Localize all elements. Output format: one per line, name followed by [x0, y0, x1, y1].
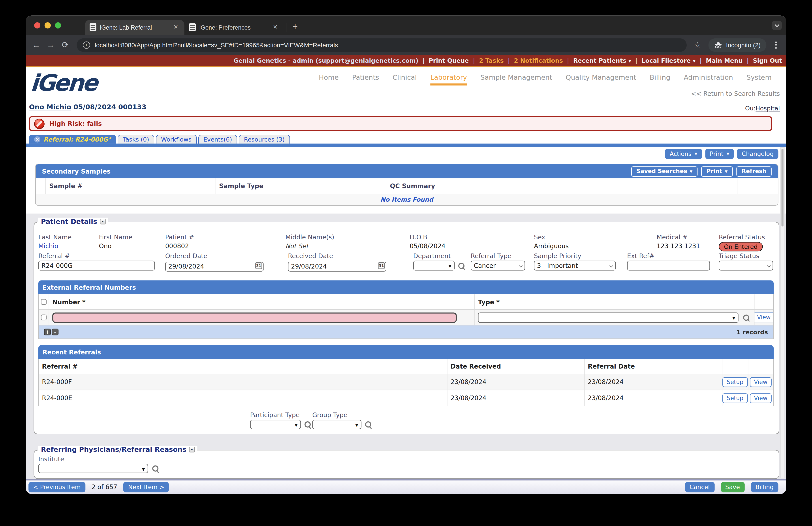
calendar-icon[interactable]: 31: [255, 262, 262, 269]
nav-billing[interactable]: Billing: [650, 73, 670, 85]
tab-close-icon[interactable]: ✕: [271, 24, 279, 31]
igene-logo[interactable]: iGene: [30, 72, 97, 94]
type-search-icon[interactable]: [742, 314, 750, 321]
date-received-cell: 23/08/2024: [448, 374, 585, 389]
tab-resources[interactable]: Resources (3): [239, 135, 290, 144]
maximize-window-button[interactable]: [55, 22, 61, 28]
nav-administration[interactable]: Administration: [684, 73, 733, 85]
bookmark-star-icon[interactable]: ☆: [693, 40, 702, 49]
close-window-button[interactable]: [34, 22, 40, 28]
table-row: R24-000F 23/08/2024 23/08/2024 Setup Vie…: [39, 374, 773, 390]
tab-workflows[interactable]: Workflows: [156, 135, 197, 144]
sign-out-link[interactable]: Sign Out: [753, 57, 782, 64]
print-button[interactable]: Print▼: [705, 149, 734, 159]
ou-hospital-link[interactable]: Hospital: [755, 105, 780, 112]
group-search-icon[interactable]: [364, 421, 372, 428]
return-to-search-link[interactable]: << Return to Search Results: [691, 90, 780, 97]
tab-tasks[interactable]: Tasks (0): [118, 135, 154, 144]
view-button[interactable]: View: [750, 393, 772, 403]
forward-button[interactable]: →: [43, 40, 58, 49]
participant-search-icon[interactable]: [304, 421, 311, 428]
nav-sample-management[interactable]: Sample Management: [480, 73, 552, 85]
billing-button[interactable]: Billing: [751, 482, 778, 493]
address-bar[interactable]: i localhost:8080/App/App.html?null&local…: [76, 38, 687, 52]
number-input-invalid[interactable]: [52, 312, 457, 323]
row-checkbox[interactable]: [41, 315, 46, 321]
record-tabs: × Referral: R24-000G* Tasks (0) Workflow…: [29, 135, 290, 144]
tab-referral-active[interactable]: × Referral: R24-000G*: [29, 135, 116, 144]
setup-button[interactable]: Setup: [723, 377, 748, 387]
triage-status-select[interactable]: [719, 260, 773, 270]
print-samples-button[interactable]: Print▼: [701, 166, 733, 176]
refresh-button[interactable]: Refresh: [736, 166, 772, 176]
item-position-label: 2 of 657: [91, 484, 117, 491]
received-date-input[interactable]: [288, 261, 386, 271]
tab-label: Referral: R24-000G*: [43, 136, 111, 143]
collapse-section-button[interactable]: -: [100, 218, 105, 224]
participant-type-select[interactable]: ▼: [250, 420, 301, 429]
actions-button[interactable]: Actions▼: [665, 149, 702, 159]
browser-urlbar: ← → ⟳ i localhost:8080/App/App.html?null…: [26, 35, 786, 55]
last-name-link[interactable]: Michio: [39, 242, 58, 250]
cancel-button[interactable]: Cancel: [685, 482, 714, 493]
setup-button[interactable]: Setup: [723, 393, 748, 403]
tasks-link[interactable]: 2 Tasks: [479, 57, 504, 64]
collapse-section-button[interactable]: -: [189, 447, 194, 453]
referral-number-input[interactable]: [39, 260, 155, 270]
nav-home[interactable]: Home: [319, 73, 339, 85]
tab-close-icon[interactable]: ✕: [172, 24, 179, 31]
nav-patients[interactable]: Patients: [352, 73, 379, 85]
reload-button[interactable]: ⟳: [58, 40, 73, 50]
referral-type-select[interactable]: Cancer: [470, 260, 525, 270]
middle-name-label: Middle Name(s): [285, 233, 334, 241]
browser-tab-lab-referral[interactable]: iGene: Lab Referral ✕: [85, 20, 185, 35]
browser-tab-preferences[interactable]: iGene: Preferences ✕: [184, 20, 284, 35]
local-filestore-menu[interactable]: Local Filestore ▼: [641, 57, 696, 64]
vertical-scrollbar[interactable]: [781, 147, 785, 479]
nav-clinical[interactable]: Clinical: [393, 73, 417, 85]
site-info-icon[interactable]: i: [83, 41, 90, 48]
next-item-button[interactable]: Next Item >: [124, 482, 169, 493]
recent-patients-menu[interactable]: Recent Patients ▼: [573, 57, 631, 64]
tab-events[interactable]: Events(6): [198, 135, 237, 144]
changelog-button[interactable]: Changelog: [737, 149, 779, 159]
high-risk-icon: [34, 118, 45, 129]
department-select[interactable]: ▼: [413, 260, 455, 270]
department-search-icon[interactable]: [458, 262, 465, 269]
print-queue-link[interactable]: Print Queue: [429, 57, 469, 64]
main-menu-link[interactable]: Main Menu: [706, 57, 743, 64]
institute-search-icon[interactable]: [152, 465, 159, 472]
view-button[interactable]: View: [750, 377, 772, 387]
group-type-select[interactable]: ▼: [312, 420, 361, 429]
scrollbar-thumb[interactable]: [781, 149, 783, 227]
minimize-window-button[interactable]: [45, 22, 51, 28]
calendar-icon[interactable]: 31: [378, 262, 385, 269]
received-date-label: Received Date: [288, 252, 386, 260]
table-row: R24-000E 23/08/2024 23/08/2024 Setup Vie…: [39, 390, 773, 406]
referring-physicians-legend: Referring Physicians/Referral Reasons -: [39, 446, 197, 453]
close-tab-icon[interactable]: ×: [34, 136, 40, 142]
nav-system[interactable]: System: [746, 73, 772, 85]
back-button[interactable]: ←: [29, 40, 43, 49]
separator: |: [508, 57, 510, 64]
institute-select[interactable]: ▼: [39, 464, 148, 473]
sample-priority-select[interactable]: 3 - Important: [534, 260, 616, 270]
saved-searches-button[interactable]: Saved Searches▼: [631, 166, 698, 176]
patient-name-link[interactable]: Ono Michio: [29, 103, 71, 111]
new-tab-button[interactable]: +: [288, 20, 302, 34]
nav-quality-management[interactable]: Quality Management: [566, 73, 636, 85]
nav-laboratory[interactable]: Laboratory: [430, 73, 467, 85]
type-select[interactable]: ▼: [478, 312, 738, 323]
save-button[interactable]: Save: [721, 482, 745, 493]
select-all-checkbox[interactable]: [41, 299, 46, 305]
add-row-button[interactable]: +: [44, 329, 51, 336]
notifications-link[interactable]: 2 Notifications: [514, 57, 563, 64]
previous-item-button[interactable]: < Previous Item: [28, 482, 85, 493]
ext-ref-input[interactable]: [627, 260, 710, 270]
remove-row-button[interactable]: -: [52, 329, 59, 336]
external-referrals-header: External Referral Numbers: [39, 281, 774, 294]
view-button[interactable]: View: [754, 312, 773, 323]
ordered-date-input[interactable]: [165, 261, 264, 271]
browser-menu-button[interactable]: [771, 41, 781, 48]
tab-search-button[interactable]: [772, 21, 782, 30]
